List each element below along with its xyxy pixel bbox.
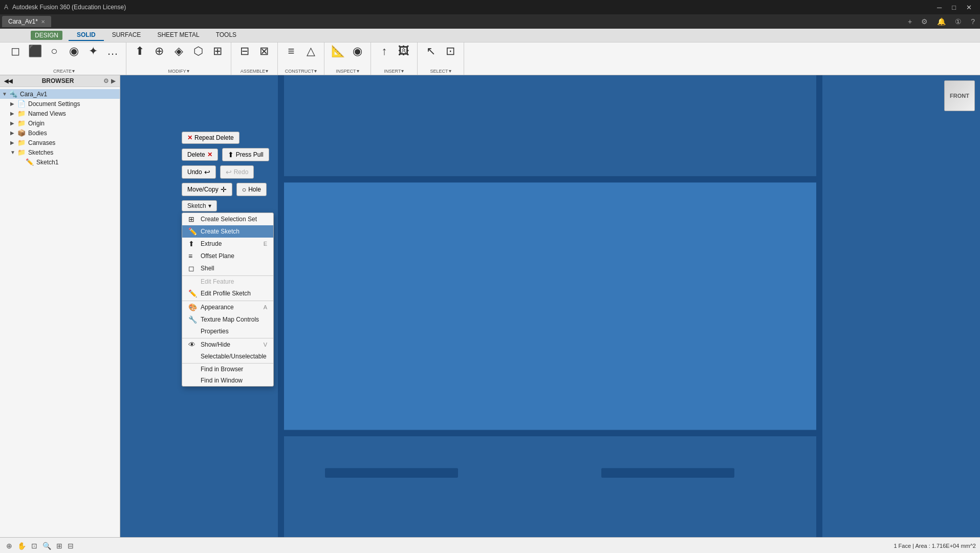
select-group-label[interactable]: SELECT [430, 68, 451, 75]
browser-expand-button[interactable]: ▶ [111, 77, 116, 84]
redo-button[interactable]: ↩ Redo [220, 165, 254, 179]
insert-import-button[interactable]: ↑ [375, 45, 394, 58]
create-extrude-button[interactable]: ⬛ [26, 45, 44, 58]
tab-sheet-metal[interactable]: SHEET METAL [149, 30, 207, 41]
modify-move-button[interactable]: ⊞ [208, 45, 227, 58]
select-window-button[interactable]: ⊡ [441, 45, 460, 58]
cara-av1-settings-icon[interactable]: ☰ [98, 91, 103, 97]
tree-expand-named-views[interactable]: ▶ [10, 111, 17, 116]
document-tab[interactable]: Cara_Av1* ✕ [2, 16, 51, 27]
help-button[interactable]: ? [968, 16, 978, 27]
cm-show-hide[interactable]: 👁 Show/Hide V [182, 338, 273, 351]
undo-redo-row: Undo ↩ ↩ Redo [182, 165, 274, 179]
assemble-asbuilt-button[interactable]: ⊠ [255, 45, 273, 58]
cm-edit-profile-sketch[interactable]: ✏️ Edit Profile Sketch [182, 287, 273, 300]
view-cube-face[interactable]: FRONT [944, 80, 975, 111]
minimize-button[interactable]: ─ [933, 3, 946, 12]
tree-expand-origin[interactable]: ▶ [10, 120, 17, 126]
maximize-button[interactable]: □ [948, 3, 960, 12]
status-zoom-button[interactable]: 🔍 [40, 541, 53, 551]
modify-chamfer-button[interactable]: ◈ [169, 45, 188, 58]
create-revolve-button[interactable]: ○ [45, 45, 63, 58]
hole-button[interactable]: ○ Hole [236, 183, 267, 196]
status-pan-button[interactable]: ✋ [15, 541, 28, 551]
browser-settings-button[interactable]: ⚙ [103, 77, 109, 84]
cm-offset-plane[interactable]: ≡ Offset Plane [182, 250, 273, 262]
tab-solid[interactable]: SOLID [69, 30, 104, 41]
browser-collapse-icon[interactable]: ◀◀ [4, 78, 12, 84]
cara-av1-pin-icon[interactable]: 📌 [104, 91, 111, 97]
tab-tools[interactable]: TOOLS [208, 30, 245, 41]
cm-find-in-window[interactable]: Find in Window [182, 375, 273, 386]
status-grid-button[interactable]: ⊟ [66, 541, 76, 551]
view-cube[interactable]: FRONT [944, 80, 980, 116]
browser-item-canvases[interactable]: ▶ 📁 Canvases [8, 138, 120, 147]
create-new-component-button[interactable]: ◻ [6, 45, 25, 58]
create-loft-button[interactable]: ✦ [84, 45, 102, 58]
browser-item-cara-av1[interactable]: ▼ 🔩 Cara_Av1 ☰ 📌 ⋯ [0, 89, 120, 99]
design-dropdown[interactable]: DESIGN [31, 31, 62, 40]
construct-offset-plane-button[interactable]: ≡ [282, 45, 300, 58]
cm-edit-feature[interactable]: Edit Feature [182, 275, 273, 287]
tree-expand-canvases[interactable]: ▶ [10, 140, 17, 145]
tab-surface[interactable]: SURFACE [104, 30, 149, 41]
select-select-button[interactable]: ↖ [422, 45, 440, 58]
assemble-joint-button[interactable]: ⊟ [235, 45, 254, 58]
tab-settings-button[interactable]: ⚙ [918, 16, 931, 27]
modify-fillet-button[interactable]: ⊕ [150, 45, 168, 58]
viewport[interactable]: ✕ Repeat Delete Delete ✕ ⬆ Press Pull Un… [120, 75, 980, 537]
tab-close-button[interactable]: ✕ [41, 19, 45, 25]
cm-create-sketch[interactable]: ✏️ Create Sketch [182, 225, 273, 238]
cm-find-in-browser[interactable]: Find in Browser [182, 363, 273, 375]
tree-expand-sketches[interactable]: ▼ [10, 150, 17, 155]
browser-item-origin[interactable]: ▶ 📁 Origin [8, 118, 120, 128]
browser-item-sketch1[interactable]: ✏️ Sketch1 [16, 157, 120, 167]
cm-create-selection-set[interactable]: ⊞ Create Selection Set [182, 213, 273, 225]
inspect-interference-button[interactable]: ◉ [348, 45, 366, 58]
move-copy-button[interactable]: Move/Copy ✛ [182, 183, 232, 196]
inspect-measure-button[interactable]: 📐 [329, 45, 347, 58]
svg-rect-2 [816, 75, 980, 537]
cara-av1-more-icon[interactable]: ⋯ [112, 91, 118, 97]
press-pull-button[interactable]: ⬆ Press Pull [222, 148, 269, 161]
show-hide-icon: 👁 [188, 341, 198, 349]
cm-properties[interactable]: Properties [182, 326, 273, 337]
insert-group-label[interactable]: INSERT [384, 68, 404, 75]
insert-decal-button[interactable]: 🖼 [395, 45, 413, 58]
tree-expand-bodies[interactable]: ▶ [10, 130, 17, 136]
status-orbit-button[interactable]: ⊕ [4, 541, 14, 551]
delete-button[interactable]: Delete ✕ [182, 148, 218, 161]
status-zoom-fit-button[interactable]: ⊡ [29, 541, 39, 551]
modify-shell-button[interactable]: ⬡ [189, 45, 207, 58]
tree-expand-doc-settings[interactable]: ▶ [10, 101, 17, 107]
create-group-label[interactable]: CREATE [53, 68, 75, 75]
undo-button[interactable]: Undo ↩ [182, 165, 216, 179]
cm-shell[interactable]: ◻ Shell [182, 262, 273, 274]
inspect-group-label[interactable]: INSPECT [336, 68, 359, 75]
browser-item-bodies[interactable]: ▶ 📦 Bodies [8, 128, 120, 138]
repeat-delete-button[interactable]: ✕ Repeat Delete [182, 132, 239, 144]
assemble-group-label[interactable]: ASSEMBLE [241, 68, 269, 75]
bodies-label: Bodies [28, 130, 118, 137]
tree-expand-cara-av1[interactable]: ▼ [2, 91, 9, 97]
cm-selectable-unselectable[interactable]: Selectable/Unselectable [182, 351, 273, 362]
sketch-dropdown-button[interactable]: Sketch ▾ [182, 200, 217, 211]
assemble-buttons-row: ⊟ ⊠ [235, 42, 273, 58]
modify-group-label[interactable]: MODIFY [168, 68, 189, 75]
account-button[interactable]: ① [952, 16, 965, 27]
construct-midplane-button[interactable]: △ [301, 45, 320, 58]
cm-texture-map-controls[interactable]: 🔧 Texture Map Controls [182, 313, 273, 326]
add-tab-button[interactable]: + [905, 16, 915, 27]
notification-button[interactable]: 🔔 [934, 16, 949, 27]
browser-item-named-views[interactable]: ▶ 📁 Named Views [8, 109, 120, 118]
modify-press-pull-button[interactable]: ⬆ [130, 45, 149, 58]
cm-extrude[interactable]: ⬆ Extrude E [182, 238, 273, 250]
create-more-button[interactable]: … [103, 45, 122, 58]
create-sweep-button[interactable]: ◉ [64, 45, 83, 58]
status-display-button[interactable]: ⊞ [54, 541, 64, 551]
construct-group-label[interactable]: CONSTRUCT [285, 68, 317, 75]
browser-item-sketches[interactable]: ▼ 📁 Sketches [8, 147, 120, 157]
close-button[interactable]: ✕ [962, 3, 976, 12]
browser-item-document-settings[interactable]: ▶ 📄 Document Settings [8, 99, 120, 109]
cm-appearance[interactable]: 🎨 Appearance A [182, 301, 273, 313]
